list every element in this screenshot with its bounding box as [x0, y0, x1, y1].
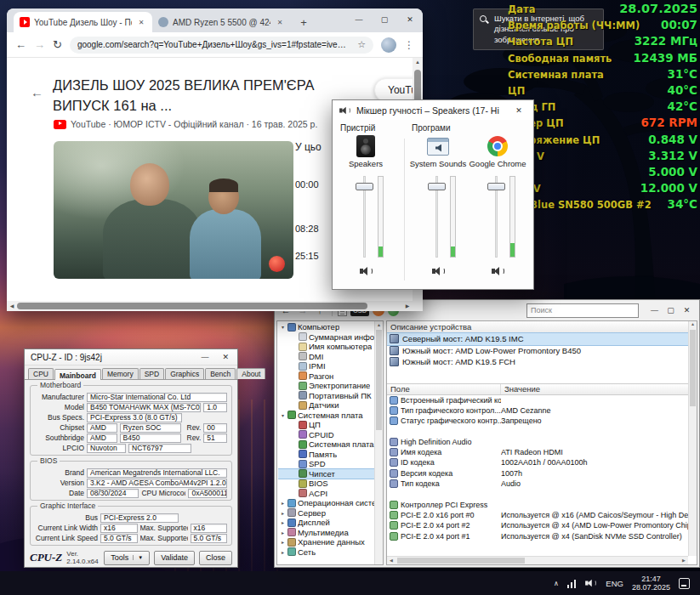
- tree-scroll-thumb[interactable]: [376, 330, 382, 430]
- clock[interactable]: 21:47 28.07.2025: [632, 575, 670, 592]
- volume-icon[interactable]: [585, 579, 596, 587]
- cpuz-tab[interactable]: CPU: [28, 368, 54, 379]
- tab-close-button[interactable]: [275, 19, 285, 26]
- taskbar[interactable]: ENG 21:47 28.07.2025: [0, 571, 700, 595]
- tree-item[interactable]: Память: [278, 450, 374, 460]
- cpuz-tab[interactable]: Bench: [205, 368, 236, 379]
- vertical-scroll-thumb[interactable]: [690, 330, 696, 406]
- cpuz-tab[interactable]: SPD: [139, 368, 164, 379]
- timestamp-link[interactable]: 25:15: [295, 251, 319, 261]
- cpuz-title-bar[interactable]: CPU-Z - ID : 9js42j: [25, 349, 237, 366]
- mute-button[interactable]: [469, 266, 526, 280]
- close-button[interactable]: [504, 100, 533, 120]
- network-icon[interactable]: [567, 579, 577, 588]
- horizontal-scroll-thumb[interactable]: [397, 558, 525, 564]
- tree-item[interactable]: Суммарная информ...: [278, 332, 374, 343]
- new-tab-button[interactable]: [294, 13, 313, 31]
- tree-item[interactable]: ▾ Системная плата: [278, 411, 374, 421]
- close-button[interactable]: [679, 306, 695, 314]
- timestamp-link[interactable]: 00:00: [295, 179, 319, 190]
- field-row[interactable]: Статус графического контр... Запрещено: [387, 416, 697, 426]
- scroll-up-arrow[interactable]: [375, 321, 383, 329]
- field-row[interactable]: Тип графического контрол... AMD Cezanne: [387, 405, 697, 416]
- device-row[interactable]: Южный мост: AMD K19.5 FCH: [387, 356, 697, 368]
- minimize-button[interactable]: [346, 8, 372, 30]
- tree-expand-arrow[interactable]: ▸: [280, 549, 286, 555]
- field-row[interactable]: [387, 489, 697, 499]
- tree-scrollbar[interactable]: [374, 321, 383, 564]
- maximize-button[interactable]: [663, 306, 679, 314]
- horizontal-scroll-thumb[interactable]: [17, 303, 367, 309]
- mixer-title-bar[interactable]: Мікшер гучності – Speakers (17- High Def…: [333, 100, 533, 120]
- tree-expand-arrow[interactable]: ▾: [280, 412, 286, 418]
- tree-item[interactable]: ACPI: [278, 489, 374, 499]
- scroll-up-arrow[interactable]: [689, 321, 697, 326]
- tools-button[interactable]: Tools ▼: [104, 551, 150, 565]
- tree-expand-arrow[interactable]: ▸: [280, 510, 286, 516]
- tree-item[interactable]: ▸ Сервер: [278, 508, 374, 518]
- field-row[interactable]: PCI-E 2.0 x16 port #0 Используется @ x16…: [387, 510, 697, 520]
- tree-item[interactable]: DMI: [278, 352, 374, 362]
- profile-avatar[interactable]: [381, 37, 396, 53]
- tray-chevron-icon[interactable]: [554, 580, 559, 587]
- close-button[interactable]: Close: [199, 551, 232, 565]
- field-row[interactable]: Контроллер PCI Express: [387, 499, 697, 509]
- field-row[interactable]: PCI-E 2.0 x4 port #2 Используется @ x4 (…: [387, 520, 697, 530]
- tree-expand-arrow[interactable]: ▸: [280, 500, 286, 506]
- scroll-right-arrow[interactable]: [402, 301, 413, 311]
- scroll-right-arrow[interactable]: [680, 557, 688, 564]
- tree-item[interactable]: Системная плата: [278, 439, 374, 450]
- tree-item[interactable]: Чипсет: [278, 469, 374, 479]
- tree-expand-arrow[interactable]: ▾: [280, 324, 286, 330]
- close-button[interactable]: [222, 353, 229, 361]
- cpuz-tab[interactable]: Graphics: [165, 368, 204, 379]
- tree-item[interactable]: ▸ Сеть: [278, 547, 374, 558]
- value-column-header[interactable]: Значение: [501, 384, 697, 394]
- mute-button[interactable]: [337, 266, 395, 280]
- field-row[interactable]: Встроенный графический конт...: [387, 395, 697, 405]
- action-center-icon[interactable]: [679, 578, 690, 589]
- tree-item[interactable]: ▸ Хранение данных: [278, 537, 374, 547]
- tree-item[interactable]: CPUID: [278, 430, 374, 440]
- cpuz-tab[interactable]: Mainboard: [54, 369, 101, 380]
- tree-expand-arrow[interactable]: ▸: [280, 530, 286, 536]
- slider-thumb[interactable]: [356, 183, 373, 190]
- minimize-button[interactable]: [201, 353, 208, 361]
- back-button[interactable]: [15, 38, 26, 51]
- mute-button[interactable]: [409, 266, 467, 280]
- tree-item[interactable]: Имя компьютера: [278, 342, 374, 352]
- reload-button[interactable]: [53, 38, 62, 51]
- slider-thumb[interactable]: [487, 183, 505, 190]
- validate-button[interactable]: Validate: [154, 551, 195, 565]
- field-row[interactable]: Тип кодека Audio: [387, 479, 697, 489]
- page-back-arrow[interactable]: [31, 85, 43, 99]
- volume-slider[interactable]: [409, 174, 467, 259]
- browser-tab[interactable]: YouTube Дизель Шоу - По…: [14, 12, 152, 32]
- slider-thumb[interactable]: [428, 183, 446, 190]
- pane-horizontal-scrollbar[interactable]: [387, 556, 688, 564]
- cpuz-tab[interactable]: Memory: [102, 368, 139, 379]
- tree-item[interactable]: ЦП: [278, 420, 374, 430]
- volume-slider[interactable]: [337, 174, 395, 259]
- tree-item[interactable]: ▾ Компьютер: [278, 322, 374, 332]
- device-row[interactable]: Северный мост: AMD K19.5 IMC: [387, 333, 697, 345]
- cpuz-tab[interactable]: About: [236, 368, 265, 379]
- maximize-button[interactable]: [372, 8, 397, 30]
- language-indicator[interactable]: ENG: [606, 579, 623, 588]
- browser-menu-button[interactable]: [404, 39, 414, 51]
- forward-button[interactable]: [34, 38, 45, 51]
- tree-item[interactable]: ▸ Дисплей: [278, 518, 374, 528]
- tree-item[interactable]: BIOS: [278, 479, 374, 489]
- field-column-header[interactable]: Поле: [387, 384, 501, 394]
- minimize-button[interactable]: [646, 306, 663, 314]
- tree-expand-arrow[interactable]: ▸: [280, 519, 286, 525]
- timestamp-link[interactable]: 08:28: [295, 224, 319, 234]
- device-row[interactable]: Южный мост: AMD Low-Power Promontory B45…: [387, 345, 697, 357]
- tree-item[interactable]: Разгон: [278, 371, 374, 382]
- horizontal-scrollbar[interactable]: [7, 301, 413, 311]
- field-row[interactable]: [387, 426, 697, 436]
- address-field[interactable]: google.com/search?q=YouTube+Дизель+Шоу&g…: [70, 37, 373, 54]
- youtube-chip-button[interactable]: YouTube: [374, 78, 413, 102]
- tree-item[interactable]: SPD: [278, 459, 374, 469]
- tree-expand-arrow[interactable]: ▸: [280, 539, 286, 545]
